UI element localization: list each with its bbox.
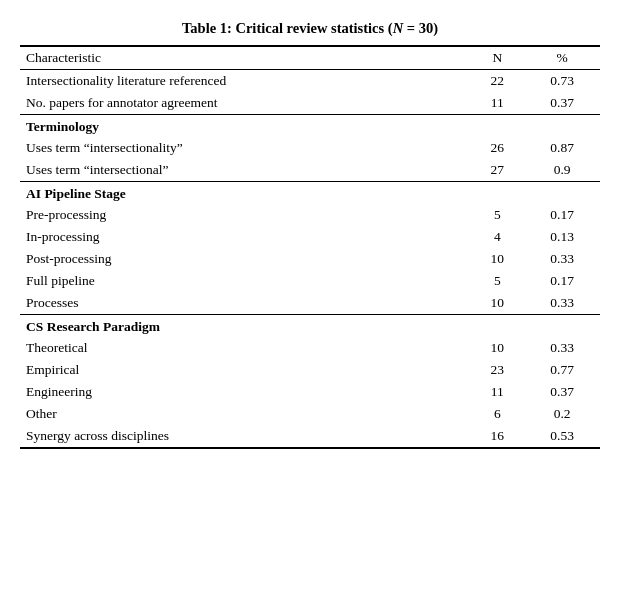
table-row: Synergy across disciplines160.53 bbox=[20, 425, 600, 448]
table-row: Uses term “intersectionality”260.87 bbox=[20, 137, 600, 159]
section-header-label: CS Research Paradigm bbox=[20, 315, 600, 338]
table-row: In-processing40.13 bbox=[20, 226, 600, 248]
row-pct: 0.2 bbox=[524, 403, 600, 425]
section-header-row: AI Pipeline Stage bbox=[20, 182, 600, 205]
row-label: Other bbox=[20, 403, 470, 425]
row-label: In-processing bbox=[20, 226, 470, 248]
row-n: 4 bbox=[470, 226, 524, 248]
section-header-row: CS Research Paradigm bbox=[20, 315, 600, 338]
row-pct: 0.53 bbox=[524, 425, 600, 448]
col-header-characteristic: Characteristic bbox=[20, 46, 470, 70]
row-pct: 0.9 bbox=[524, 159, 600, 182]
row-label: Processes bbox=[20, 292, 470, 315]
row-label: Synergy across disciplines bbox=[20, 425, 470, 448]
row-n: 10 bbox=[470, 292, 524, 315]
row-label: Pre-processing bbox=[20, 204, 470, 226]
row-label: Engineering bbox=[20, 381, 470, 403]
table-row: Processes100.33 bbox=[20, 292, 600, 315]
col-header-n: N bbox=[470, 46, 524, 70]
table-row: Theoretical100.33 bbox=[20, 337, 600, 359]
table-row: Full pipeline50.17 bbox=[20, 270, 600, 292]
table-row: Uses term “intersectional”270.9 bbox=[20, 159, 600, 182]
statistics-table: Characteristic N % Intersectionality lit… bbox=[20, 45, 600, 449]
row-n: 23 bbox=[470, 359, 524, 381]
row-n: 11 bbox=[470, 381, 524, 403]
row-pct: 0.33 bbox=[524, 292, 600, 315]
section-header-row: Terminology bbox=[20, 115, 600, 138]
table-container: Table 1: Critical review statistics (N =… bbox=[20, 20, 600, 449]
row-n: 16 bbox=[470, 425, 524, 448]
row-n: 22 bbox=[470, 70, 524, 93]
row-pct: 0.77 bbox=[524, 359, 600, 381]
row-pct: 0.17 bbox=[524, 270, 600, 292]
table-row: Pre-processing50.17 bbox=[20, 204, 600, 226]
row-n: 5 bbox=[470, 270, 524, 292]
table-row: Engineering110.37 bbox=[20, 381, 600, 403]
row-n: 26 bbox=[470, 137, 524, 159]
row-label: Empirical bbox=[20, 359, 470, 381]
row-label: Post-processing bbox=[20, 248, 470, 270]
row-pct: 0.33 bbox=[524, 248, 600, 270]
title-text: Table 1: Critical review statistics (N =… bbox=[182, 20, 438, 36]
row-pct: 0.17 bbox=[524, 204, 600, 226]
row-label: Uses term “intersectional” bbox=[20, 159, 470, 182]
table-row: Intersectionality literature referenced2… bbox=[20, 70, 600, 93]
row-pct: 0.73 bbox=[524, 70, 600, 93]
table-row: Empirical230.77 bbox=[20, 359, 600, 381]
row-pct: 0.33 bbox=[524, 337, 600, 359]
table-title: Table 1: Critical review statistics (N =… bbox=[20, 20, 600, 37]
section-header-label: AI Pipeline Stage bbox=[20, 182, 600, 205]
row-label: Intersectionality literature referenced bbox=[20, 70, 470, 93]
row-label: Full pipeline bbox=[20, 270, 470, 292]
row-n: 10 bbox=[470, 248, 524, 270]
row-pct: 0.37 bbox=[524, 381, 600, 403]
row-pct: 0.37 bbox=[524, 92, 600, 115]
row-label: No. papers for annotator agreement bbox=[20, 92, 470, 115]
row-n: 10 bbox=[470, 337, 524, 359]
col-header-pct: % bbox=[524, 46, 600, 70]
table-row: Post-processing100.33 bbox=[20, 248, 600, 270]
row-label: Uses term “intersectionality” bbox=[20, 137, 470, 159]
row-n: 6 bbox=[470, 403, 524, 425]
row-n: 5 bbox=[470, 204, 524, 226]
row-n: 27 bbox=[470, 159, 524, 182]
row-n: 11 bbox=[470, 92, 524, 115]
table-row: No. papers for annotator agreement110.37 bbox=[20, 92, 600, 115]
section-header-label: Terminology bbox=[20, 115, 600, 138]
table-row: Other60.2 bbox=[20, 403, 600, 425]
row-label: Theoretical bbox=[20, 337, 470, 359]
row-pct: 0.87 bbox=[524, 137, 600, 159]
row-pct: 0.13 bbox=[524, 226, 600, 248]
